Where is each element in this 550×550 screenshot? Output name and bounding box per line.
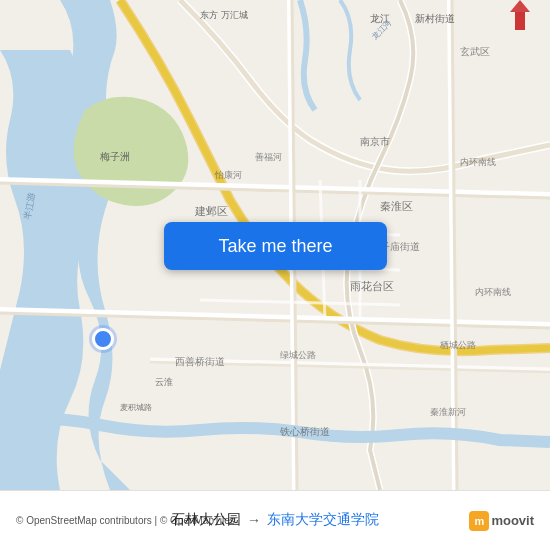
svg-text:雨花台区: 雨花台区 <box>350 280 394 292</box>
svg-text:建邺区: 建邺区 <box>194 205 228 217</box>
svg-text:秦淮区: 秦淮区 <box>380 200 413 212</box>
svg-text:栖城公路: 栖城公路 <box>439 340 476 350</box>
svg-text:玄武区: 玄武区 <box>460 46 490 57</box>
svg-text:梅子洲: 梅子洲 <box>99 151 130 162</box>
current-location-pin <box>92 328 116 352</box>
svg-text:秦淮新河: 秦淮新河 <box>430 407 466 417</box>
svg-rect-37 <box>515 12 525 30</box>
moovit-icon: m <box>469 511 489 531</box>
take-me-there-button[interactable]: Take me there <box>164 222 387 270</box>
svg-text:铁心桥街道: 铁心桥街道 <box>279 426 330 437</box>
svg-text:善福河: 善福河 <box>255 152 282 162</box>
svg-text:西善桥街道: 西善桥街道 <box>175 356 225 367</box>
moovit-text: moovit <box>491 513 534 528</box>
svg-text:新村街道: 新村街道 <box>415 13 455 24</box>
svg-text:内环南线: 内环南线 <box>460 157 496 167</box>
svg-text:怡康河: 怡康河 <box>214 170 242 180</box>
bottom-bar: © OpenStreetMap contributors | © OpenMap… <box>0 490 550 550</box>
map-view: 建邺区 雨花台区 南京市 秦淮区 天子庙街道 内环南线 内环南线 西善桥街道 铁… <box>0 0 550 490</box>
destination-label: 东南大学交通学院 <box>267 511 379 529</box>
svg-text:东方 万汇城: 东方 万汇城 <box>200 10 248 20</box>
route-info: 石林大公园 → 东南大学交通学院 <box>171 490 379 550</box>
moovit-logo: m moovit <box>469 511 534 531</box>
svg-text:绿城公路: 绿城公路 <box>280 350 316 360</box>
svg-text:麦积城路: 麦积城路 <box>120 403 152 412</box>
svg-text:南京市: 南京市 <box>360 136 390 147</box>
origin-label: 石林大公园 <box>171 511 241 529</box>
svg-text:内环南线: 内环南线 <box>475 287 511 297</box>
route-arrow-icon: → <box>247 512 261 528</box>
svg-text:云淮: 云淮 <box>155 377 173 387</box>
